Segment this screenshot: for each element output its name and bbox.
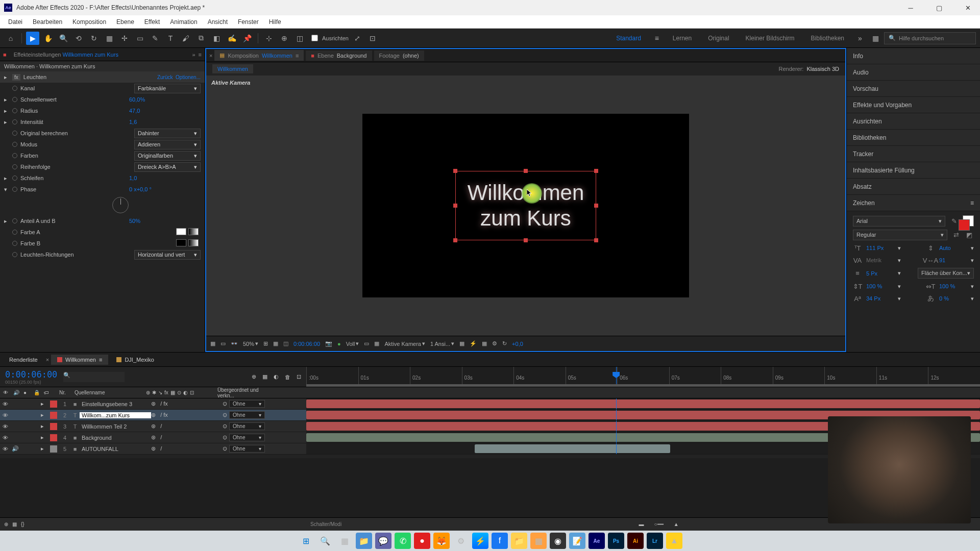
swap-colors-icon[interactable]: ⇄ <box>951 231 961 240</box>
col-visibility-icon[interactable]: 👁 <box>0 390 10 395</box>
glasses-icon[interactable]: 👓 <box>231 340 238 347</box>
layer-color-chip[interactable] <box>50 400 57 408</box>
timeline-icon[interactable]: ▦ <box>482 340 487 347</box>
search-button[interactable]: 🔍 <box>317 533 333 549</box>
panel-audio[interactable]: Audio <box>847 64 980 81</box>
workspace-bibliotheken[interactable]: Bibliotheken <box>804 33 851 44</box>
panel-ausrichten[interactable]: Ausrichten <box>847 113 980 130</box>
layer-visibility[interactable]: 👁 <box>0 412 10 418</box>
viewer-timecode[interactable]: 0:00:06:00 <box>293 341 320 347</box>
layer-name[interactable]: Background <box>80 435 151 441</box>
tl-btn-1[interactable]: ⊕ <box>252 373 256 380</box>
world-axis-tool[interactable]: ⊕ <box>278 32 291 45</box>
layer-switches[interactable]: ⊛ / <box>151 423 223 430</box>
app-icon-4[interactable]: ▦ <box>530 533 547 549</box>
stroke-width-input[interactable]: 5 Px <box>866 270 894 277</box>
phase-dial[interactable] <box>112 197 129 213</box>
font-dropdown[interactable]: Arial▾ <box>853 216 945 227</box>
layer-name[interactable]: AUTOUNFALL <box>80 446 151 452</box>
phase-value[interactable]: 0 x+0,0 ° <box>129 186 201 192</box>
obs-icon[interactable]: ◉ <box>550 533 566 549</box>
zoom-tool[interactable]: 🔍 <box>57 32 70 45</box>
stroke-color[interactable] <box>959 219 970 231</box>
text-tool[interactable]: T <box>164 32 177 45</box>
effect-controls-tab[interactable]: Effekteinstellungen Willkommen zum Kurs <box>10 49 122 60</box>
tracking-input[interactable]: 91 <box>939 257 967 263</box>
richtungen-dropdown[interactable]: Horizontal und vert▾ <box>134 250 201 260</box>
no-fill-icon[interactable]: ◩ <box>965 231 974 240</box>
layer-color-chip[interactable] <box>50 423 57 430</box>
layer-parent[interactable]: ⊙Ohne▾ <box>223 434 279 441</box>
guides-icon[interactable]: ▦ <box>273 340 278 347</box>
pixel-aspect-icon[interactable]: ▦ <box>459 340 464 347</box>
layer-switches[interactable]: ⊛ / fx <box>151 412 223 418</box>
snap-checkbox[interactable] <box>311 35 318 41</box>
camera-tool[interactable]: ▦ <box>103 32 116 45</box>
comp-breadcrumb-item[interactable]: Willkommen <box>212 64 253 73</box>
menu-animation[interactable]: Animation <box>165 16 202 28</box>
panel-info[interactable]: Info <box>847 48 980 64</box>
layer-visibility[interactable]: 👁 <box>0 446 10 452</box>
text-layer-selection[interactable]: Willkommen zum Kurs <box>455 171 597 241</box>
after-effects-icon[interactable]: Ae <box>589 533 605 549</box>
views-dropdown[interactable]: 1 Ansi... ▾ <box>430 340 454 347</box>
menu-hilfe[interactable]: Hilfe <box>264 16 286 28</box>
kanal-dropdown[interactable]: Farbkanäle▾ <box>134 84 201 93</box>
explorer-icon[interactable]: 📁 <box>356 533 372 549</box>
zoom-dropdown[interactable]: 50% ▾ <box>243 340 258 347</box>
pen-tool[interactable]: ✎ <box>149 32 162 45</box>
comp-close-icon[interactable]: × <box>209 53 212 59</box>
workspace-kleiner[interactable]: Kleiner Bildschirm <box>739 33 802 44</box>
photoshop-icon[interactable]: Ps <box>608 533 624 549</box>
radius-value[interactable]: 47,0 <box>129 108 201 114</box>
app-icon-3[interactable]: ⚙ <box>453 533 469 549</box>
panel-vorschau[interactable]: Vorschau <box>847 81 980 97</box>
puppet-tool[interactable]: 📌 <box>240 32 254 45</box>
whatsapp-icon[interactable]: ✆ <box>395 533 411 549</box>
maximize-button[interactable]: ▢ <box>931 1 947 14</box>
roto-tool[interactable]: ✍ <box>225 32 238 45</box>
layer-switches[interactable]: ⊛ / fx <box>151 400 223 407</box>
task-view-button[interactable]: ▦ <box>336 533 353 549</box>
layer-expand[interactable]: ▸ <box>41 423 48 430</box>
panel-menu-icon[interactable]: ≡ <box>199 52 202 58</box>
app-icon-1[interactable]: 💬 <box>375 533 391 549</box>
panel-fuellung[interactable]: Inhaltsbasierte Füllung <box>847 162 980 179</box>
col-audio-icon[interactable]: 🔊 <box>10 390 20 395</box>
rotate-tool[interactable]: ↻ <box>87 32 101 45</box>
tl-btn-4[interactable]: 🗑 <box>285 374 290 380</box>
reihenfolge-dropdown[interactable]: Dreieck A>B>A▾ <box>134 162 201 172</box>
layer-audio[interactable]: 🔊 <box>10 445 20 452</box>
composition-viewer[interactable]: Aktive Kamera Willkommen zum Kurs <box>206 76 845 336</box>
menu-effekt[interactable]: Effekt <box>139 16 165 28</box>
col-lock-icon[interactable]: 🔒 <box>31 390 41 395</box>
handle-tl[interactable] <box>453 169 457 173</box>
messenger-icon[interactable]: ⚡ <box>472 533 488 549</box>
farbe-b-swatch[interactable] <box>176 239 186 246</box>
app-icon-2[interactable]: ● <box>414 533 430 549</box>
lightroom-icon[interactable]: Lr <box>647 533 663 549</box>
alpha-icon[interactable]: ▦ <box>210 340 215 347</box>
layer-name[interactable]: Willkommen Teil 2 <box>80 423 151 430</box>
facebook-icon[interactable]: f <box>492 533 508 549</box>
col-solo-icon[interactable]: ● <box>20 390 31 395</box>
panel-effekte[interactable]: Effekte und Vorgaben <box>847 97 980 113</box>
timeline-layer[interactable]: 👁 ▸ 1 ■ Einstellungsebene 3 ⊛ / fx ⊙Ohne… <box>0 398 980 410</box>
farbe-b-picker[interactable] <box>188 239 199 246</box>
timeline-search[interactable]: 🔍 <box>63 372 125 382</box>
snapshot-icon[interactable]: 📷 <box>325 340 332 347</box>
hscale-input[interactable]: 100 % <box>939 283 967 289</box>
menu-komposition[interactable]: Komposition <box>67 16 111 28</box>
layer-bar[interactable] <box>306 399 980 408</box>
farbe-a-picker[interactable] <box>188 228 199 235</box>
app-icon-5[interactable]: ▲ <box>666 533 682 549</box>
menu-bearbeiten[interactable]: Bearbeiten <box>28 16 67 28</box>
effect-leuchten[interactable]: ▸ fx Leuchten Zurück Optionen... <box>0 71 205 83</box>
layer-track[interactable] <box>306 398 980 409</box>
composition-canvas[interactable]: Willkommen zum Kurs <box>362 114 689 297</box>
snap-options[interactable]: ⤢ <box>351 32 364 45</box>
layer-visibility[interactable]: 👁 <box>0 435 10 441</box>
fx-badge[interactable]: fx <box>12 74 20 81</box>
timeline-ruler[interactable]: :00s01s02s03s04s05s06s07s08s09s10s11s12s <box>306 367 980 387</box>
tl-switches-label[interactable]: Schalter/Modi <box>310 521 341 527</box>
